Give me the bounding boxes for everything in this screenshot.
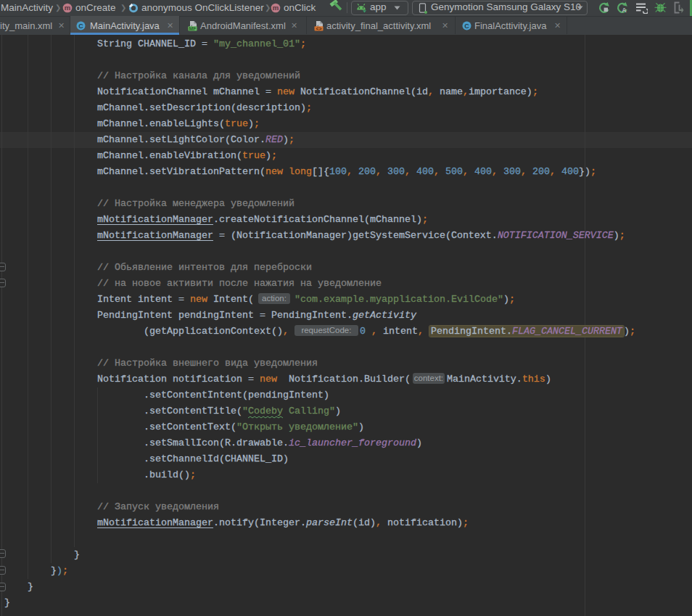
- svg-text:C: C: [78, 22, 83, 30]
- svg-text:m: m: [273, 4, 279, 12]
- svg-text:A: A: [622, 7, 627, 14]
- svg-text:MF: MF: [189, 26, 197, 31]
- svg-text:m: m: [65, 4, 70, 12]
- svg-text:<>: <>: [316, 26, 322, 31]
- svg-text:C: C: [464, 22, 469, 30]
